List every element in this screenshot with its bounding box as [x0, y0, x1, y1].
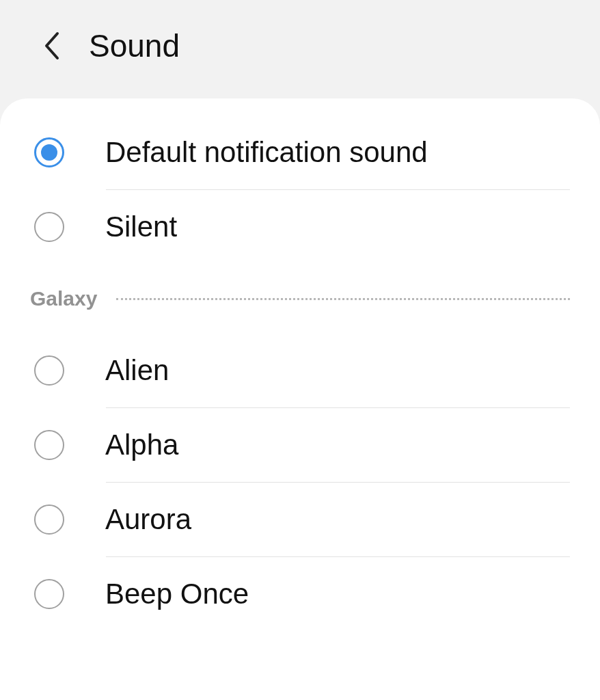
- option-label: Alien: [105, 354, 169, 387]
- option-alien[interactable]: Alien: [0, 334, 600, 407]
- section-header-galaxy: Galaxy: [0, 264, 600, 334]
- option-alpha[interactable]: Alpha: [0, 408, 600, 482]
- radio-unselected[interactable]: [34, 212, 64, 242]
- radio-unselected[interactable]: [34, 579, 64, 609]
- option-aurora[interactable]: Aurora: [0, 483, 600, 556]
- radio-unselected[interactable]: [34, 355, 64, 386]
- radio-selected[interactable]: [34, 137, 64, 167]
- option-label: Beep Once: [105, 578, 249, 610]
- option-label: Silent: [105, 211, 177, 243]
- dotted-divider: [116, 298, 570, 300]
- back-icon[interactable]: [41, 29, 62, 62]
- option-silent[interactable]: Silent: [0, 190, 600, 264]
- option-label: Aurora: [105, 503, 191, 536]
- option-default-notification-sound[interactable]: Default notification sound: [0, 116, 600, 189]
- page-title: Sound: [89, 27, 180, 64]
- option-label: Alpha: [105, 429, 178, 461]
- option-label: Default notification sound: [105, 136, 428, 169]
- radio-unselected[interactable]: [34, 504, 64, 535]
- header: Sound: [0, 0, 600, 98]
- section-title: Galaxy: [30, 287, 97, 310]
- sound-options-card: Default notification sound Silent Galaxy…: [0, 98, 600, 700]
- radio-unselected[interactable]: [34, 430, 64, 460]
- option-beep-once[interactable]: Beep Once: [0, 557, 600, 631]
